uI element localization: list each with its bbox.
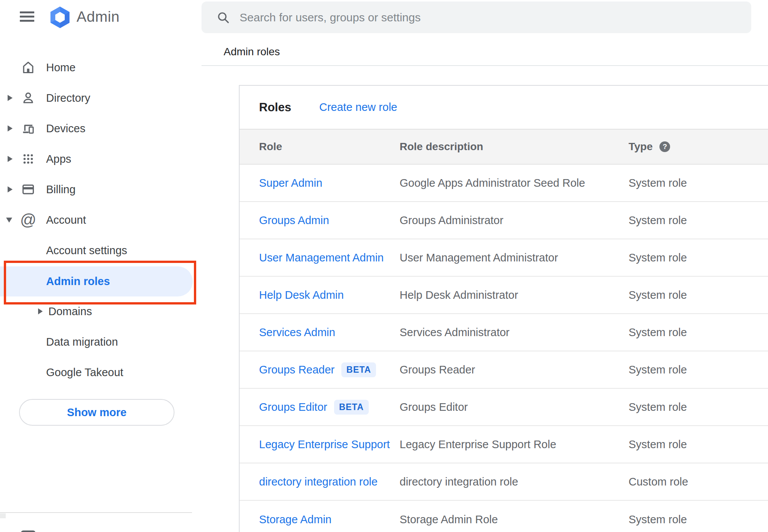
sidebar-item-label: Admin roles	[46, 275, 110, 288]
role-link[interactable]: Storage Admin	[259, 513, 331, 526]
role-link[interactable]: Legacy Enterprise Support	[259, 438, 390, 451]
breadcrumb-divider	[202, 65, 768, 66]
sidebar-item-label: Home	[46, 61, 75, 74]
column-header-role-description: Role description	[400, 130, 483, 164]
help-question-icon[interactable]: ?	[659, 141, 670, 152]
role-description: directory integration role	[400, 463, 518, 500]
sidebar-item-label: Account settings	[46, 244, 127, 257]
sidebar-item-label: Data migration	[46, 336, 118, 348]
sidebar-item-billing[interactable]: Billing	[0, 174, 193, 205]
show-more-button[interactable]: Show more	[19, 399, 174, 426]
expand-caret-icon[interactable]	[8, 156, 13, 162]
role-type: System role	[629, 426, 687, 463]
role-link[interactable]: User Management Admin	[259, 252, 384, 264]
roles-card: Roles Create new role Role Role descript…	[239, 85, 768, 532]
expand-caret-icon[interactable]	[8, 186, 13, 192]
home-icon	[21, 60, 35, 75]
sidebar-item-domains[interactable]: Domains	[0, 296, 193, 327]
expand-caret-icon[interactable]	[8, 95, 13, 101]
role-link[interactable]: Groups Admin	[259, 214, 329, 227]
card-title: Roles	[259, 101, 291, 114]
at-sign-icon: @	[21, 213, 35, 227]
create-new-role-link[interactable]: Create new role	[319, 101, 397, 114]
role-description: Storage Admin Role	[400, 501, 498, 532]
role-description: Groups Administrator	[400, 202, 503, 239]
roles-table-body: Super Admin Google Apps Administrator Se…	[240, 165, 768, 532]
table-row: Groups Editor BETA Groups Editor System …	[240, 389, 768, 426]
partially-visible-icon	[21, 530, 35, 532]
app-title: Admin	[77, 8, 120, 25]
sidebar-item-account-settings[interactable]: Account settings	[0, 235, 193, 266]
role-type: System role	[629, 202, 687, 239]
beta-badge: BETA	[341, 362, 376, 377]
sidebar-nav: Home Directory Devices	[0, 38, 202, 532]
apps-grid-icon	[21, 152, 35, 166]
role-link[interactable]: directory integration role	[259, 476, 378, 488]
table-row: Storage Admin Storage Admin Role System …	[240, 501, 768, 532]
devices-icon	[21, 121, 35, 136]
sidebar-item-label: Google Takeout	[46, 366, 123, 379]
search-input[interactable]	[239, 11, 726, 24]
sidebar-item-apps[interactable]: Apps	[0, 144, 193, 174]
role-description: Groups Editor	[400, 389, 468, 425]
role-type: System role	[629, 277, 687, 313]
column-header-type: Type ?	[629, 130, 670, 164]
role-description: User Management Administrator	[400, 239, 558, 276]
role-link[interactable]: Groups Reader	[259, 364, 334, 376]
role-link[interactable]: Help Desk Admin	[259, 289, 344, 301]
expand-caret-icon[interactable]	[8, 125, 13, 131]
role-link[interactable]: Groups Editor	[259, 401, 327, 413]
sidebar-item-label: Directory	[46, 92, 90, 104]
sidebar-item-account[interactable]: @ Account	[0, 205, 193, 235]
beta-badge: BETA	[334, 400, 369, 415]
scrollbar-fragment[interactable]	[0, 513, 6, 518]
column-header-role: Role	[259, 130, 282, 164]
role-type: System role	[629, 314, 687, 351]
sidebar-item-home[interactable]: Home	[0, 52, 193, 83]
table-row: Super Admin Google Apps Administrator Se…	[240, 165, 768, 202]
sidebar-item-label: Domains	[48, 305, 92, 318]
sidebar-item-google-takeout[interactable]: Google Takeout	[0, 357, 193, 388]
table-row: Groups Admin Groups Administrator System…	[240, 202, 768, 239]
table-row: Help Desk Admin Help Desk Administrator …	[240, 277, 768, 314]
sidebar-item-label: Account	[46, 214, 86, 226]
roles-card-header: Roles Create new role	[240, 86, 768, 129]
table-row: directory integration role directory int…	[240, 463, 768, 501]
table-row: Groups Reader BETA Groups Reader System …	[240, 351, 768, 389]
role-description: Legacy Enterprise Support Role	[400, 426, 556, 463]
role-description: Google Apps Administrator Seed Role	[400, 165, 585, 201]
search-icon	[217, 11, 230, 24]
sidebar-divider	[0, 512, 192, 513]
sidebar-item-directory[interactable]: Directory	[0, 83, 193, 113]
sidebar-item-label: Apps	[46, 153, 71, 165]
collapse-caret-icon[interactable]	[6, 218, 12, 223]
table-row: Services Admin Services Administrator Sy…	[240, 314, 768, 351]
role-type: Custom role	[629, 463, 688, 500]
sidebar-item-label: Billing	[46, 183, 75, 196]
search-bar[interactable]	[202, 2, 751, 33]
role-type: System role	[629, 351, 687, 388]
sidebar-item-label: Devices	[46, 122, 85, 135]
role-link[interactable]: Services Admin	[259, 326, 335, 339]
person-icon	[21, 91, 35, 105]
role-description: Groups Reader	[400, 351, 475, 388]
hamburger-menu-icon[interactable]	[20, 11, 34, 23]
role-description: Help Desk Administrator	[400, 277, 518, 313]
table-row: User Management Admin User Management Ad…	[240, 239, 768, 277]
expand-caret-icon[interactable]	[38, 308, 43, 314]
role-type: System role	[629, 165, 687, 201]
sidebar-item-data-migration[interactable]: Data migration	[0, 327, 193, 357]
admin-logo-icon	[49, 6, 71, 29]
table-header-row: Role Role description Type ?	[240, 129, 768, 165]
breadcrumb: Admin roles	[224, 46, 280, 58]
role-type: System role	[629, 239, 687, 276]
role-type: System role	[629, 501, 687, 532]
google-admin-console: Admin Admin roles Home	[0, 0, 768, 532]
role-description: Services Administrator	[400, 314, 510, 351]
role-type: System role	[629, 389, 687, 425]
sidebar-item-admin-roles[interactable]: Admin roles	[0, 266, 193, 296]
credit-card-icon	[21, 182, 35, 197]
sidebar-item-devices[interactable]: Devices	[0, 113, 193, 144]
role-link[interactable]: Super Admin	[259, 177, 322, 189]
table-row: Legacy Enterprise Support Legacy Enterpr…	[240, 426, 768, 463]
